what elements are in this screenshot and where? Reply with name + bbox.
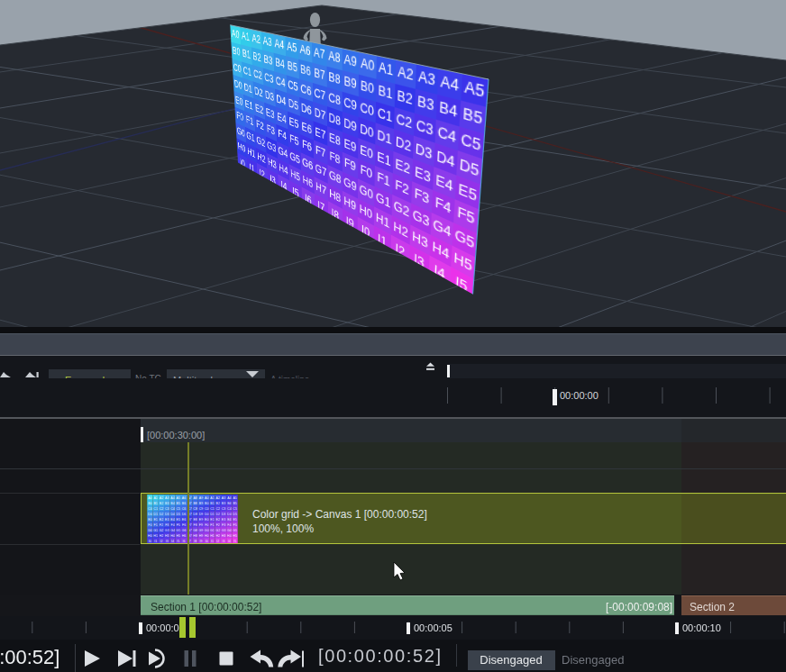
svg-text:B5: B5 (177, 502, 180, 505)
svg-text:E1: E1 (153, 518, 157, 522)
svg-text:H2: H2 (160, 534, 164, 538)
svg-text:A1: A1 (210, 496, 214, 500)
svg-text:C2: C2 (215, 507, 220, 511)
svg-text:I0: I0 (149, 540, 151, 543)
svg-text:D0: D0 (148, 513, 152, 516)
svg-text:D1: D1 (153, 513, 158, 516)
svg-text:B6: B6 (182, 502, 186, 505)
svg-text:H0: H0 (148, 534, 152, 538)
svg-text:I2: I2 (160, 540, 162, 543)
svg-text:A6: A6 (182, 496, 186, 500)
svg-text:E0: E0 (205, 518, 208, 522)
svg-text:H3: H3 (165, 534, 169, 538)
svg-text:F3: F3 (222, 523, 225, 527)
svg-text:I2: I2 (216, 540, 219, 543)
svg-text:A4: A4 (170, 496, 174, 500)
svg-text:C5: C5 (176, 507, 180, 511)
svg-text:H9: H9 (199, 534, 204, 538)
svg-text:F6: F6 (182, 523, 186, 527)
svg-text:B0: B0 (148, 502, 151, 505)
svg-text:A5: A5 (233, 496, 236, 500)
svg-text:E9: E9 (199, 518, 203, 522)
svg-text:F0: F0 (148, 523, 151, 527)
svg-text:I9: I9 (199, 540, 202, 543)
svg-text:I0: I0 (206, 540, 208, 543)
svg-text:B3: B3 (165, 502, 169, 505)
svg-text:B1: B1 (153, 502, 157, 505)
svg-text:I4: I4 (171, 540, 174, 543)
svg-text:E5: E5 (233, 518, 236, 522)
svg-text:B8: B8 (193, 502, 196, 505)
svg-text:H1: H1 (153, 534, 158, 538)
svg-text:E2: E2 (160, 518, 163, 522)
svg-text:C4: C4 (170, 507, 175, 511)
svg-text:E5: E5 (177, 518, 180, 522)
svg-text:G4: G4 (227, 529, 232, 532)
svg-text:C4: C4 (227, 507, 232, 511)
svg-text:C0: C0 (205, 507, 209, 511)
svg-text:A5: A5 (177, 496, 180, 500)
svg-text:C2: C2 (160, 507, 164, 511)
svg-text:H1: H1 (210, 534, 215, 538)
svg-text:G2: G2 (160, 529, 164, 532)
svg-text:A0: A0 (205, 496, 208, 500)
svg-text:F4: F4 (227, 523, 231, 527)
svg-text:A2: A2 (216, 496, 220, 500)
svg-text:C3: C3 (222, 507, 226, 511)
svg-text:E6: E6 (182, 518, 186, 522)
svg-text:A0: A0 (148, 496, 151, 500)
svg-text:F5: F5 (233, 523, 237, 527)
svg-text:I8: I8 (194, 540, 196, 543)
svg-text:F1: F1 (154, 523, 158, 527)
svg-text:F5: F5 (177, 523, 180, 527)
svg-text:E0: E0 (148, 518, 151, 522)
svg-text:B9: B9 (199, 502, 203, 505)
svg-text:C1: C1 (210, 507, 215, 511)
svg-text:C6: C6 (182, 507, 187, 511)
svg-text:G9: G9 (199, 529, 204, 532)
svg-text:C1: C1 (153, 507, 158, 511)
svg-text:I1: I1 (154, 540, 157, 543)
svg-text:B4: B4 (227, 502, 231, 505)
svg-text:I4: I4 (228, 540, 231, 543)
svg-text:E3: E3 (222, 518, 225, 522)
svg-text:H4: H4 (170, 534, 175, 538)
svg-text:G3: G3 (165, 529, 169, 532)
svg-text:E8: E8 (193, 518, 196, 522)
svg-text:E4: E4 (170, 518, 174, 522)
svg-text:D8: D8 (193, 513, 197, 516)
svg-text:C0: C0 (148, 507, 152, 511)
svg-text:D9: D9 (199, 513, 204, 516)
svg-text:H0: H0 (205, 534, 209, 538)
svg-text:H3: H3 (222, 534, 226, 538)
svg-text:I1: I1 (211, 540, 214, 543)
svg-text:H4: H4 (227, 534, 232, 538)
svg-text:D2: D2 (215, 513, 220, 516)
svg-text:H2: H2 (215, 534, 220, 538)
svg-text:I5: I5 (177, 540, 179, 543)
svg-text:H5: H5 (176, 534, 180, 538)
svg-text:G6: G6 (182, 529, 187, 532)
svg-text:B2: B2 (160, 502, 163, 505)
svg-text:B2: B2 (216, 502, 220, 505)
svg-text:G5: G5 (176, 529, 180, 532)
svg-text:E4: E4 (227, 518, 231, 522)
svg-text:G8: G8 (193, 529, 197, 532)
svg-text:E3: E3 (165, 518, 169, 522)
svg-text:H8: H8 (193, 534, 197, 538)
svg-text:I6: I6 (183, 540, 186, 543)
svg-text:F0: F0 (205, 523, 208, 527)
svg-text:I3: I3 (223, 540, 225, 543)
svg-text:I3: I3 (166, 540, 169, 543)
svg-text:G4: G4 (170, 529, 175, 532)
svg-text:B5: B5 (233, 502, 236, 505)
svg-text:A1: A1 (153, 496, 157, 500)
svg-text:D4: D4 (227, 513, 232, 516)
svg-text:B3: B3 (222, 502, 225, 505)
svg-text:F4: F4 (170, 523, 174, 527)
svg-text:G3: G3 (222, 529, 226, 532)
svg-text:F1: F1 (210, 523, 214, 527)
svg-text:D5: D5 (176, 513, 180, 516)
svg-text:D0: D0 (205, 513, 209, 516)
svg-text:E2: E2 (216, 518, 220, 522)
